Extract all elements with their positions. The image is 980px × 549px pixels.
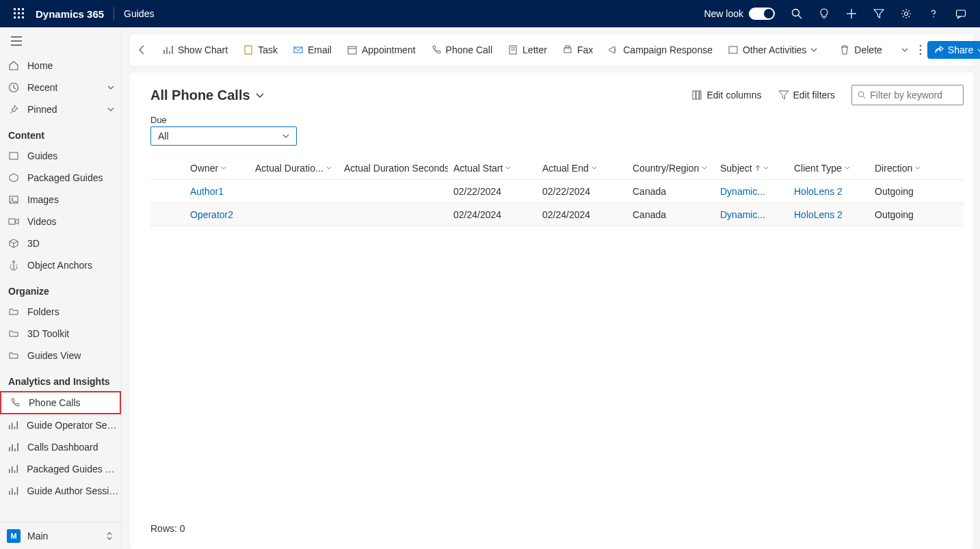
col-actual-duration[interactable]: Actual Duratio... xyxy=(250,163,339,174)
nav-videos[interactable]: Videos xyxy=(0,211,121,232)
filter-input[interactable] xyxy=(870,90,957,101)
folder-icon xyxy=(8,350,19,361)
filter-icon[interactable] xyxy=(865,0,892,27)
nav-home[interactable]: Home xyxy=(0,55,121,77)
show-chart-button[interactable]: Show Chart xyxy=(156,40,235,59)
nav-3d-toolkit[interactable]: 3D Toolkit xyxy=(0,323,121,345)
chevron-down-icon xyxy=(810,48,817,52)
nav-guides[interactable]: Guides xyxy=(0,145,121,167)
col-direction[interactable]: Direction xyxy=(869,163,944,174)
overflow-button[interactable] xyxy=(915,40,926,59)
cell-start: 02/24/2024 xyxy=(448,209,537,220)
back-button[interactable] xyxy=(137,40,148,60)
help-icon[interactable] xyxy=(920,0,947,27)
svg-rect-39 xyxy=(693,91,696,99)
footer-badge: M xyxy=(7,529,21,543)
col-owner[interactable]: Owner xyxy=(185,163,250,174)
more-vertical-icon xyxy=(919,44,922,55)
global-header: Dynamics 365 Guides New look xyxy=(0,0,980,27)
nav-packaged-guides[interactable]: Packaged Guides xyxy=(0,167,121,189)
nav-packaged-guides-op[interactable]: Packaged Guides Op... xyxy=(0,458,121,480)
nav-calls-dashboard[interactable]: Calls Dashboard xyxy=(0,436,121,458)
updown-icon[interactable] xyxy=(106,531,113,541)
svg-rect-6 xyxy=(14,16,16,18)
appointment-button[interactable]: Appointment xyxy=(340,40,423,59)
nav-images[interactable]: Images xyxy=(0,189,121,211)
list-icon xyxy=(728,44,739,55)
brand-label: Dynamics 365 xyxy=(36,8,104,20)
app-launcher-icon[interactable] xyxy=(5,0,33,27)
due-select[interactable]: All xyxy=(150,126,297,146)
fax-button[interactable]: Fax xyxy=(555,40,600,59)
assistant-icon[interactable] xyxy=(947,0,975,27)
sidebar-footer[interactable]: M Main xyxy=(0,522,121,549)
svg-rect-33 xyxy=(564,48,571,53)
nav-pinned-label: Pinned xyxy=(27,104,57,115)
delete-button[interactable]: Delete xyxy=(832,40,888,59)
col-actual-start[interactable]: Actual Start xyxy=(448,163,537,174)
campaign-response-button[interactable]: Campaign Response xyxy=(601,40,719,59)
cell-subject[interactable]: Dynamic... xyxy=(715,186,789,197)
svg-line-10 xyxy=(799,16,802,19)
svg-rect-40 xyxy=(696,91,699,99)
new-look-toggle[interactable]: New look xyxy=(704,8,775,20)
nav-folders[interactable]: Folders xyxy=(0,301,121,323)
nav-recent[interactable]: Recent xyxy=(0,77,121,98)
other-activities-button[interactable]: Other Activities xyxy=(721,40,824,59)
toggle-icon[interactable] xyxy=(749,8,775,20)
header-divider xyxy=(114,7,114,21)
svg-point-15 xyxy=(933,16,934,18)
nav-guide-operator-sessions[interactable]: Guide Operator Sessi... xyxy=(0,414,121,436)
table-row[interactable]: Operator2 02/24/2024 02/24/2024 Canada D… xyxy=(150,203,964,226)
footer-label: Main xyxy=(27,531,48,541)
section-organize: Organize xyxy=(0,276,121,301)
nav-phone-calls[interactable]: Phone Calls xyxy=(0,391,121,414)
task-button[interactable]: Task xyxy=(236,40,284,59)
sort-asc-icon xyxy=(755,165,760,172)
add-icon[interactable] xyxy=(838,0,865,27)
hamburger-icon[interactable] xyxy=(0,27,121,55)
nav-3d[interactable]: 3D xyxy=(0,232,121,254)
col-client-type[interactable]: Client Type xyxy=(789,163,869,174)
email-button[interactable]: Email xyxy=(286,40,339,59)
new-look-label: New look xyxy=(704,8,743,19)
letter-button[interactable]: Letter xyxy=(501,40,554,59)
search-icon[interactable] xyxy=(783,0,810,27)
nav-pinned[interactable]: Pinned xyxy=(0,98,121,120)
gear-icon[interactable] xyxy=(892,0,920,27)
edit-filters-button[interactable]: Edit filters xyxy=(778,90,835,101)
filter-search[interactable] xyxy=(851,85,964,105)
nav-guide-author-sessions[interactable]: Guide Author Sessions xyxy=(0,480,121,502)
col-actual-end[interactable]: Actual End xyxy=(537,163,627,174)
cell-subject[interactable]: Dynamic... xyxy=(715,209,789,220)
nav-object-anchors[interactable]: Object Anchors xyxy=(0,254,121,276)
cell-client[interactable]: HoloLens 2 xyxy=(789,186,869,197)
home-icon xyxy=(8,60,19,71)
col-actual-duration-seconds[interactable]: Actual Duration Seconds xyxy=(339,163,448,174)
edit-columns-button[interactable]: Edit columns xyxy=(691,90,761,101)
cell-owner[interactable]: Operator2 xyxy=(185,209,250,220)
lightbulb-icon[interactable] xyxy=(810,0,838,27)
col-country[interactable]: Country/Region xyxy=(627,163,715,174)
cell-client[interactable]: HoloLens 2 xyxy=(789,209,869,220)
view-title[interactable]: All Phone Calls xyxy=(150,88,264,103)
svg-rect-5 xyxy=(22,12,24,14)
nav-recent-label: Recent xyxy=(27,82,57,93)
cell-owner[interactable]: Author1 xyxy=(185,186,250,197)
section-content: Content xyxy=(0,120,121,145)
view-card: All Phone Calls Edit columns Edit filter… xyxy=(130,72,973,549)
col-subject[interactable]: Subject xyxy=(715,163,789,174)
svg-point-14 xyxy=(905,12,908,16)
phone-call-button[interactable]: Phone Call xyxy=(424,40,500,59)
task-icon xyxy=(243,44,254,55)
more-chevron[interactable] xyxy=(897,44,912,56)
command-bar: Show Chart Task Email Appointment Phone … xyxy=(130,34,973,66)
share-button[interactable]: Share xyxy=(927,41,980,59)
image-icon xyxy=(8,194,19,205)
letter-icon xyxy=(507,44,518,55)
nav-guides-view[interactable]: Guides View xyxy=(0,345,121,366)
chart-icon xyxy=(8,464,18,474)
table-row[interactable]: Author1 02/22/2024 02/22/2024 Canada Dyn… xyxy=(150,180,964,203)
svg-point-25 xyxy=(13,261,15,263)
svg-point-37 xyxy=(920,49,922,51)
